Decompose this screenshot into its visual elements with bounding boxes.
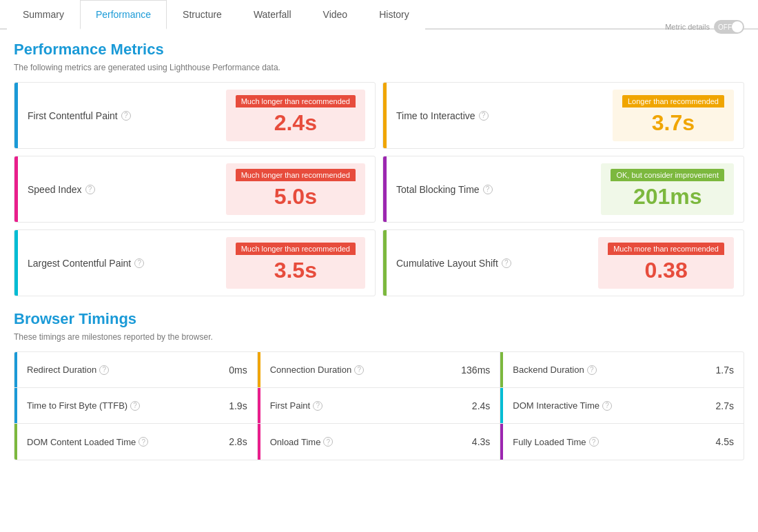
metric-value-si: 5.0s <box>274 184 317 209</box>
timing-value: 1.7s <box>716 365 734 376</box>
main-content: Performance Metrics The following metric… <box>0 30 758 471</box>
metric-card-tti: Time to Interactive ? Longer than recomm… <box>382 82 744 149</box>
metric-value-box-lcp: Much longer than recommended 3.5s <box>226 237 365 289</box>
timing-cell-fully-loaded-time: Fully Loaded Time ? 4.5s <box>500 424 744 460</box>
timing-label: Time to First Byte (TTFB) ? <box>27 400 225 411</box>
metric-help-cls[interactable]: ? <box>502 258 511 268</box>
timing-value: 4.3s <box>472 436 490 447</box>
timing-help[interactable]: ? <box>323 437 333 447</box>
tab-waterfall[interactable]: Waterfall <box>238 0 307 30</box>
metric-value-lcp: 3.5s <box>274 258 317 283</box>
timing-value: 0ms <box>229 365 247 376</box>
metric-label-cls: Cumulative Layout Shift ? <box>396 258 598 269</box>
metric-details-toggle[interactable]: OFF <box>714 20 744 34</box>
timing-label: Fully Loaded Time ? <box>513 437 711 447</box>
timing-value: 136ms <box>461 365 490 376</box>
timing-value: 2.8s <box>229 436 247 447</box>
timing-help[interactable]: ? <box>589 437 599 447</box>
metric-value-box-cls: Much more than recommended 0.38 <box>598 237 734 289</box>
timing-cell-time-to-first-byte-(ttfb): Time to First Byte (TTFB) ? 1.9s <box>14 388 258 424</box>
metric-help-si[interactable]: ? <box>85 185 95 194</box>
timing-cell-redirect-duration: Redirect Duration ? 0ms <box>14 352 258 388</box>
metric-value-box-tbt: OK, but consider improvement 201ms <box>601 163 734 215</box>
metric-card-si: Speed Index ? Much longer than recommend… <box>14 156 376 223</box>
metric-card-lcp: Largest Contentful Paint ? Much longer t… <box>14 229 376 296</box>
timing-help[interactable]: ? <box>99 365 109 375</box>
timing-label: Onload Time ? <box>270 437 468 447</box>
timing-label: DOM Content Loaded Time ? <box>27 437 225 447</box>
timing-cell-backend-duration: Backend Duration ? 1.7s <box>500 352 744 388</box>
metric-label-lcp: Largest Contentful Paint ? <box>28 258 226 269</box>
metric-card-fcp: First Contentful Paint ? Much longer tha… <box>14 82 376 149</box>
timing-label: Redirect Duration ? <box>27 365 225 375</box>
timing-cell-dom-content-loaded-time: DOM Content Loaded Time ? 2.8s <box>14 424 258 460</box>
metric-value-tti: 3.7s <box>652 110 695 136</box>
performance-section: Performance Metrics The following metric… <box>14 41 744 296</box>
metric-value-box-fcp: Much longer than recommended 2.4s <box>226 90 365 141</box>
timing-label: DOM Interactive Time ? <box>513 400 711 411</box>
toggle-label: OFF <box>718 23 732 31</box>
timing-value: 2.7s <box>716 400 734 411</box>
timing-value: 1.9s <box>229 400 247 411</box>
timing-value: 2.4s <box>472 400 490 411</box>
metric-status-cls: Much more than recommended <box>608 243 724 255</box>
browser-timings-subtitle: These timings are milestones reported by… <box>14 332 744 342</box>
timing-cell-dom-interactive-time: DOM Interactive Time ? 2.7s <box>500 388 744 424</box>
timing-value: 4.5s <box>716 436 734 447</box>
tab-performance[interactable]: Performance <box>80 0 167 30</box>
metric-value-box-si: Much longer than recommended 5.0s <box>226 163 365 215</box>
metric-help-lcp[interactable]: ? <box>134 258 144 268</box>
metric-status-lcp: Much longer than recommended <box>236 243 356 255</box>
timing-help[interactable]: ? <box>130 401 140 411</box>
performance-subtitle: The following metrics are generated usin… <box>14 63 280 72</box>
timing-help[interactable]: ? <box>354 365 364 375</box>
timing-cell-first-paint: First Paint ? 2.4s <box>258 388 501 424</box>
metric-status-si: Much longer than recommended <box>236 169 356 181</box>
metric-details-label: Metric details <box>665 23 710 31</box>
tab-history[interactable]: History <box>363 0 425 30</box>
metric-label-tbt: Total Blocking Time ? <box>396 184 601 195</box>
metric-help-tbt[interactable]: ? <box>483 185 493 194</box>
metric-details-row: Metric details OFF <box>665 20 744 34</box>
metric-label-si: Speed Index ? <box>28 184 226 195</box>
timing-label: First Paint ? <box>270 400 468 411</box>
metric-card-cls: Cumulative Layout Shift ? Much more than… <box>382 229 744 296</box>
metric-label-fcp: First Contentful Paint ? <box>28 110 226 121</box>
tab-structure[interactable]: Structure <box>167 0 238 30</box>
timing-label: Connection Duration ? <box>270 365 458 375</box>
tab-video[interactable]: Video <box>307 0 364 30</box>
timing-help[interactable]: ? <box>139 437 148 447</box>
browser-timings-section: Browser Timings These timings are milest… <box>14 310 744 460</box>
timing-label: Backend Duration ? <box>513 365 711 375</box>
timing-help[interactable]: ? <box>313 401 322 411</box>
performance-title: Performance Metrics <box>14 41 280 59</box>
metric-status-tti: Longer than recommended <box>622 95 724 108</box>
metric-status-fcp: Much longer than recommended <box>236 95 356 108</box>
timing-cell-onload-time: Onload Time ? 4.3s <box>258 424 501 460</box>
metric-value-cls: 0.38 <box>644 258 687 283</box>
toggle-knob <box>732 21 743 32</box>
tab-summary[interactable]: Summary <box>7 0 80 30</box>
metric-value-tbt: 201ms <box>633 184 702 209</box>
metric-value-box-tti: Longer than recommended 3.7s <box>613 90 734 141</box>
metric-card-tbt: Total Blocking Time ? OK, but consider i… <box>382 156 744 223</box>
metric-value-fcp: 2.4s <box>274 110 317 136</box>
timing-help[interactable]: ? <box>587 365 597 375</box>
metric-help-tti[interactable]: ? <box>479 111 489 121</box>
metric-help-fcp[interactable]: ? <box>121 111 131 121</box>
browser-timings-title: Browser Timings <box>14 310 744 328</box>
metric-label-tti: Time to Interactive ? <box>396 110 613 121</box>
tabs-container: SummaryPerformanceStructureWaterfallVide… <box>0 0 758 30</box>
metric-status-tbt: OK, but consider improvement <box>611 169 724 181</box>
timing-help[interactable]: ? <box>602 401 612 411</box>
timing-cell-connection-duration: Connection Duration ? 136ms <box>258 352 501 388</box>
